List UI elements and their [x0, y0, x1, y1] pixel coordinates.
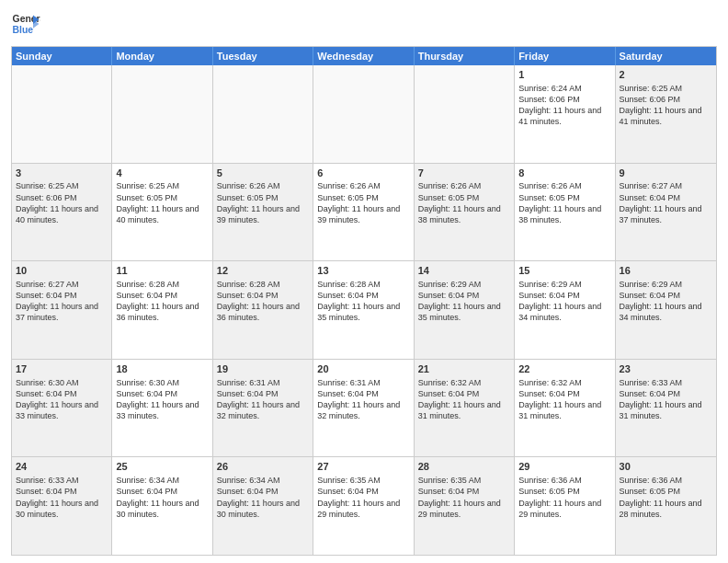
- page-header: General Blue: [11, 9, 717, 39]
- day-number: 29: [518, 460, 610, 474]
- day-number: 8: [518, 167, 610, 180]
- calendar-grid: SundayMondayTuesdayWednesdayThursdayFrid…: [11, 46, 717, 556]
- logo-icon: General Blue: [11, 9, 40, 39]
- day-number: 12: [217, 264, 309, 278]
- day-info: Sunrise: 6:36 AM Sunset: 6:05 PM Dayligh…: [518, 476, 601, 518]
- day-info: Sunrise: 6:28 AM Sunset: 6:04 PM Dayligh…: [116, 280, 199, 322]
- header-day-sunday: Sunday: [12, 47, 112, 65]
- calendar-day-21: 21Sunrise: 6:32 AM Sunset: 6:04 PM Dayli…: [415, 360, 515, 457]
- day-info: Sunrise: 6:26 AM Sunset: 6:05 PM Dayligh…: [418, 181, 501, 224]
- day-info: Sunrise: 6:35 AM Sunset: 6:04 PM Dayligh…: [418, 476, 501, 518]
- day-info: Sunrise: 6:24 AM Sunset: 6:06 PM Dayligh…: [518, 84, 601, 126]
- calendar-week-2: 3Sunrise: 6:25 AM Sunset: 6:06 PM Daylig…: [12, 163, 716, 261]
- header-day-thursday: Thursday: [415, 47, 515, 65]
- day-info: Sunrise: 6:31 AM Sunset: 6:04 PM Dayligh…: [317, 378, 400, 420]
- calendar-day-13: 13Sunrise: 6:28 AM Sunset: 6:04 PM Dayli…: [313, 261, 414, 359]
- calendar-week-5: 24Sunrise: 6:33 AM Sunset: 6:04 PM Dayli…: [12, 456, 716, 555]
- day-number: 14: [418, 264, 510, 278]
- empty-cell: [12, 65, 112, 163]
- day-info: Sunrise: 6:29 AM Sunset: 6:04 PM Dayligh…: [418, 280, 501, 322]
- day-number: 3: [16, 167, 108, 180]
- calendar-day-1: 1Sunrise: 6:24 AM Sunset: 6:06 PM Daylig…: [515, 65, 615, 163]
- calendar-week-3: 10Sunrise: 6:27 AM Sunset: 6:04 PM Dayli…: [12, 260, 716, 359]
- day-number: 2: [620, 68, 712, 82]
- day-info: Sunrise: 6:26 AM Sunset: 6:05 PM Dayligh…: [317, 181, 400, 224]
- calendar-day-15: 15Sunrise: 6:29 AM Sunset: 6:04 PM Dayli…: [515, 261, 615, 359]
- day-info: Sunrise: 6:33 AM Sunset: 6:04 PM Dayligh…: [620, 378, 702, 420]
- calendar-day-27: 27Sunrise: 6:35 AM Sunset: 6:04 PM Dayli…: [313, 457, 414, 555]
- calendar-day-30: 30Sunrise: 6:36 AM Sunset: 6:05 PM Dayli…: [616, 457, 716, 555]
- day-info: Sunrise: 6:25 AM Sunset: 6:06 PM Dayligh…: [16, 181, 98, 224]
- day-info: Sunrise: 6:28 AM Sunset: 6:04 PM Dayligh…: [217, 280, 300, 322]
- day-number: 18: [116, 362, 208, 376]
- empty-cell: [213, 65, 313, 163]
- day-info: Sunrise: 6:33 AM Sunset: 6:04 PM Dayligh…: [16, 476, 98, 518]
- calendar-day-8: 8Sunrise: 6:26 AM Sunset: 6:05 PM Daylig…: [515, 164, 615, 261]
- day-number: 23: [620, 362, 712, 376]
- header-day-wednesday: Wednesday: [313, 47, 414, 65]
- day-info: Sunrise: 6:34 AM Sunset: 6:04 PM Dayligh…: [217, 476, 300, 518]
- day-info: Sunrise: 6:28 AM Sunset: 6:04 PM Dayligh…: [317, 280, 400, 322]
- day-number: 24: [16, 460, 108, 474]
- calendar-day-20: 20Sunrise: 6:31 AM Sunset: 6:04 PM Dayli…: [313, 360, 414, 457]
- header-day-saturday: Saturday: [616, 47, 716, 65]
- calendar-day-18: 18Sunrise: 6:30 AM Sunset: 6:04 PM Dayli…: [112, 360, 212, 457]
- day-number: 7: [418, 167, 510, 180]
- calendar-body: 1Sunrise: 6:24 AM Sunset: 6:06 PM Daylig…: [12, 65, 716, 555]
- day-info: Sunrise: 6:25 AM Sunset: 6:05 PM Dayligh…: [116, 181, 199, 224]
- day-info: Sunrise: 6:27 AM Sunset: 6:04 PM Dayligh…: [16, 280, 98, 322]
- day-info: Sunrise: 6:34 AM Sunset: 6:04 PM Dayligh…: [116, 476, 199, 518]
- day-number: 30: [620, 460, 712, 474]
- calendar-day-22: 22Sunrise: 6:32 AM Sunset: 6:04 PM Dayli…: [515, 360, 615, 457]
- day-number: 6: [317, 167, 409, 180]
- empty-cell: [112, 65, 212, 163]
- day-number: 11: [116, 264, 208, 278]
- day-info: Sunrise: 6:29 AM Sunset: 6:04 PM Dayligh…: [620, 280, 702, 322]
- day-number: 21: [418, 362, 510, 376]
- calendar-day-17: 17Sunrise: 6:30 AM Sunset: 6:04 PM Dayli…: [12, 360, 112, 457]
- header-day-friday: Friday: [515, 47, 615, 65]
- day-number: 9: [620, 167, 712, 180]
- calendar-day-12: 12Sunrise: 6:28 AM Sunset: 6:04 PM Dayli…: [213, 261, 313, 359]
- calendar-day-9: 9Sunrise: 6:27 AM Sunset: 6:04 PM Daylig…: [616, 164, 716, 261]
- day-info: Sunrise: 6:32 AM Sunset: 6:04 PM Dayligh…: [518, 378, 601, 420]
- svg-text:Blue: Blue: [13, 25, 34, 35]
- calendar-day-23: 23Sunrise: 6:33 AM Sunset: 6:04 PM Dayli…: [616, 360, 716, 457]
- day-info: Sunrise: 6:32 AM Sunset: 6:04 PM Dayligh…: [418, 378, 501, 420]
- day-number: 27: [317, 460, 409, 474]
- day-info: Sunrise: 6:29 AM Sunset: 6:04 PM Dayligh…: [518, 280, 601, 322]
- calendar-day-11: 11Sunrise: 6:28 AM Sunset: 6:04 PM Dayli…: [112, 261, 212, 359]
- day-number: 22: [518, 362, 610, 376]
- day-number: 26: [217, 460, 309, 474]
- calendar-day-25: 25Sunrise: 6:34 AM Sunset: 6:04 PM Dayli…: [112, 457, 212, 555]
- calendar-day-14: 14Sunrise: 6:29 AM Sunset: 6:04 PM Dayli…: [415, 261, 515, 359]
- day-number: 15: [518, 264, 610, 278]
- calendar-day-24: 24Sunrise: 6:33 AM Sunset: 6:04 PM Dayli…: [12, 457, 112, 555]
- calendar-week-1: 1Sunrise: 6:24 AM Sunset: 6:06 PM Daylig…: [12, 65, 716, 163]
- day-info: Sunrise: 6:26 AM Sunset: 6:05 PM Dayligh…: [217, 181, 300, 224]
- header-day-tuesday: Tuesday: [213, 47, 313, 65]
- day-info: Sunrise: 6:25 AM Sunset: 6:06 PM Dayligh…: [620, 84, 702, 126]
- calendar-day-10: 10Sunrise: 6:27 AM Sunset: 6:04 PM Dayli…: [12, 261, 112, 359]
- day-info: Sunrise: 6:30 AM Sunset: 6:04 PM Dayligh…: [16, 378, 98, 420]
- day-number: 17: [16, 362, 108, 376]
- day-info: Sunrise: 6:31 AM Sunset: 6:04 PM Dayligh…: [217, 378, 300, 420]
- calendar-day-7: 7Sunrise: 6:26 AM Sunset: 6:05 PM Daylig…: [415, 164, 515, 261]
- header-day-monday: Monday: [112, 47, 212, 65]
- calendar-day-29: 29Sunrise: 6:36 AM Sunset: 6:05 PM Dayli…: [515, 457, 615, 555]
- day-number: 20: [317, 362, 409, 376]
- empty-cell: [415, 65, 515, 163]
- calendar-day-6: 6Sunrise: 6:26 AM Sunset: 6:05 PM Daylig…: [313, 164, 414, 261]
- calendar-day-19: 19Sunrise: 6:31 AM Sunset: 6:04 PM Dayli…: [213, 360, 313, 457]
- day-info: Sunrise: 6:30 AM Sunset: 6:04 PM Dayligh…: [116, 378, 199, 420]
- day-number: 5: [217, 167, 309, 180]
- calendar-day-4: 4Sunrise: 6:25 AM Sunset: 6:05 PM Daylig…: [112, 164, 212, 261]
- calendar-day-26: 26Sunrise: 6:34 AM Sunset: 6:04 PM Dayli…: [213, 457, 313, 555]
- day-number: 10: [16, 264, 108, 278]
- calendar-day-3: 3Sunrise: 6:25 AM Sunset: 6:06 PM Daylig…: [12, 164, 112, 261]
- calendar-page: General Blue SundayMondayTuesdayWednesda…: [0, 0, 728, 563]
- day-number: 4: [116, 167, 208, 180]
- calendar-day-28: 28Sunrise: 6:35 AM Sunset: 6:04 PM Dayli…: [415, 457, 515, 555]
- calendar-day-5: 5Sunrise: 6:26 AM Sunset: 6:05 PM Daylig…: [213, 164, 313, 261]
- calendar-day-2: 2Sunrise: 6:25 AM Sunset: 6:06 PM Daylig…: [616, 65, 716, 163]
